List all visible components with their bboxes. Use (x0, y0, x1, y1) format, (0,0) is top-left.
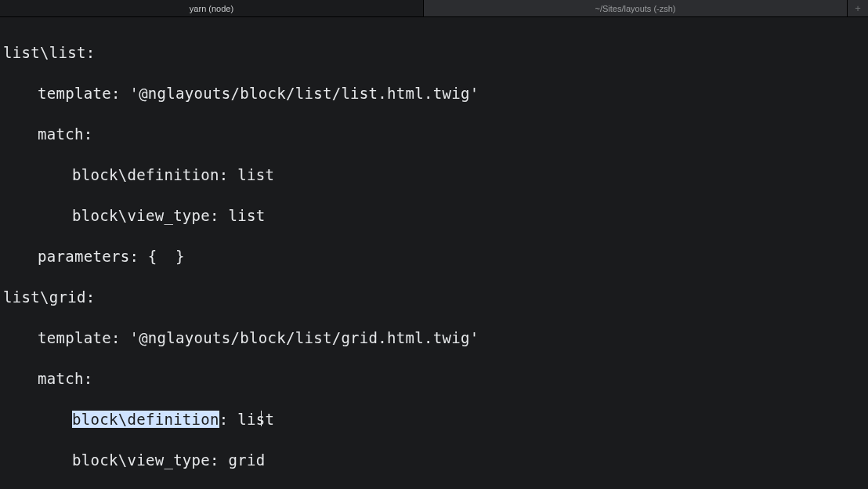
code-line: match: (3, 124, 865, 144)
tab-zsh[interactable]: ~/Sites/layouts (-zsh) (424, 0, 848, 16)
code-line: block\definition: list (3, 409, 865, 429)
code-line: list\list: (3, 42, 865, 63)
terminal-output[interactable]: list\list: template: '@nglayouts/block/l… (0, 17, 868, 489)
tab-yarn[interactable]: yarn (node) (0, 0, 424, 16)
code-line: template: '@nglayouts/block/list/grid.ht… (3, 328, 865, 348)
text-cursor: s (256, 409, 266, 429)
code-line: block\view_type: list (3, 205, 865, 226)
code-line: template: '@nglayouts/block/list/list.ht… (3, 83, 865, 103)
code-line: parameters: { } (3, 246, 865, 266)
code-line: list\grid: (3, 287, 865, 307)
code-text: : li (219, 411, 256, 428)
code-line: block\view_type: grid (3, 450, 865, 470)
new-tab-button[interactable]: + (848, 0, 868, 16)
code-line: block\definition: list (3, 165, 865, 185)
terminal-tab-bar: yarn (node) ~/Sites/layouts (-zsh) + (0, 0, 868, 17)
text-selection: block\definition (72, 411, 219, 428)
code-line: match: (3, 368, 865, 389)
code-text: t (266, 411, 275, 428)
